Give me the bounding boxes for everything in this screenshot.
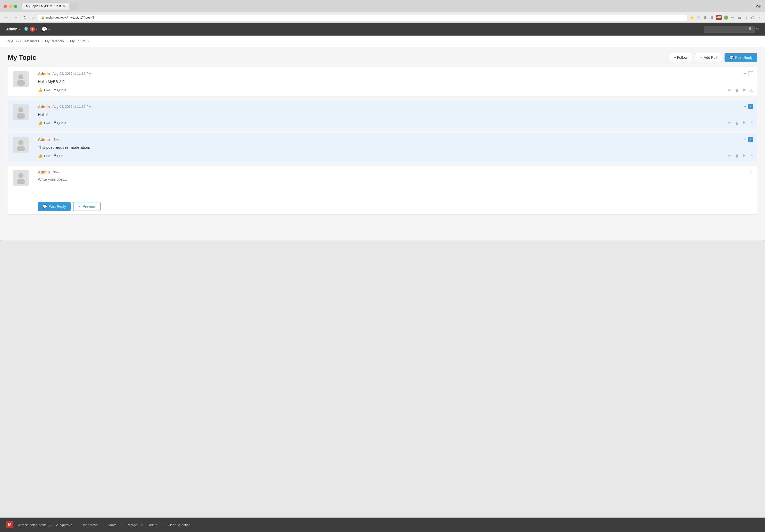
back-button[interactable]: ← (3, 14, 10, 21)
breadcrumb-sep-3: › (88, 39, 89, 43)
quick-reply-author: Admin (38, 170, 50, 174)
home-button[interactable]: ⌂ (30, 14, 36, 21)
post-2-body: Admin Aug 03, 2015 at 11:35 PM − ✓ Hello… (34, 100, 757, 129)
edit-icon-1[interactable]: ✏ (728, 88, 731, 93)
share-icon[interactable]: ⬡ (750, 15, 755, 20)
post-2-content: Hello! (38, 112, 753, 118)
toolbar-icons: ⭐ ☆ ⚙ 🖥 ABP 🟢 ✏ ▭ ℹ ⬡ ≡ (689, 15, 762, 20)
maximize-button[interactable] (14, 5, 17, 8)
post-3-quote-button[interactable]: ❝ Quote (54, 154, 66, 158)
post-3-checkbox[interactable]: ✓ (748, 137, 753, 142)
expand-icon[interactable]: ⤢ (750, 170, 753, 175)
post-reply-label-bottom: Post Reply (48, 205, 66, 209)
breadcrumb-forum[interactable]: My Forum (70, 39, 85, 43)
post-1-minimize-icon[interactable]: − (743, 71, 746, 76)
quick-reply-body: Admin Now ⤢ 💬 Post Reply ✓ (34, 166, 757, 215)
flag-icon-2[interactable]: ⚑ (743, 121, 746, 125)
topic-header: My Topic + Follow ✓ Add Poll 💬 Post Repl… (8, 53, 757, 62)
avatar-2 (13, 104, 29, 120)
post-2-checkbox[interactable]: ✓ (748, 104, 753, 109)
browser-user-label: Will (756, 4, 761, 8)
like-icon-2: 👍 (38, 121, 43, 125)
post-reply-icon-bottom: 💬 (43, 205, 47, 209)
avatar-reply (13, 170, 29, 186)
browser-window: My Topic • MyBB 2.0 Test ✕ Will ← → ↻ ⌂ … (0, 0, 765, 241)
delete-icon-1[interactable]: 🗑 (735, 88, 739, 92)
post-2-controls: − ✓ (743, 104, 753, 109)
svg-point-2 (18, 107, 23, 112)
search-input[interactable] (704, 26, 755, 33)
post-1-quote-button[interactable]: ❝ Quote (54, 88, 66, 93)
add-poll-button[interactable]: ✓ Add Poll (695, 53, 722, 62)
flag-icon-1[interactable]: ⚑ (743, 88, 746, 93)
post-2-mod-icons: ✏ 🗑 ⚑ ⚠ (728, 121, 753, 125)
post-1-avatar-area (8, 67, 34, 96)
pen-icon[interactable]: ✏ (730, 15, 735, 20)
post-2-minimize-icon[interactable]: − (743, 104, 746, 109)
active-tab[interactable]: My Topic • MyBB 2.0 Test ✕ (22, 3, 69, 10)
post-1-checkbox[interactable] (748, 71, 753, 76)
warn-icon-3[interactable]: ⚠ (750, 154, 753, 158)
post-1-body: Admin Aug 03, 2015 at 11:35 PM − Hello M… (34, 67, 757, 96)
edit-icon-3[interactable]: ✏ (728, 154, 731, 158)
delete-icon-3[interactable]: 🗑 (735, 154, 739, 158)
topic-actions: + Follow ✓ Add Poll 💬 Post Reply (669, 53, 758, 62)
topic-title: My Topic (8, 54, 36, 62)
window-icon[interactable]: ▭ (737, 15, 742, 20)
info-icon[interactable]: ℹ (743, 15, 748, 20)
adblock-icon[interactable]: ABP (716, 15, 722, 20)
svg-point-0 (18, 74, 23, 79)
svg-point-5 (17, 146, 25, 151)
quote-icon: ❝ (54, 88, 56, 93)
settings-icon[interactable]: ⚙ (703, 15, 708, 20)
flag-icon-3[interactable]: ⚑ (743, 154, 746, 158)
post-3-footer: 👍 Like ❝ Quote ✏ 🗑 (38, 154, 753, 158)
browser-toolbar: ← → ↻ ⌂ 🔒 mybb.dev/topic/my-topic.1?#pos… (0, 12, 765, 23)
post-2-quote-button[interactable]: ❝ Quote (54, 121, 66, 125)
avatar-3 (13, 137, 29, 153)
post-2: Admin Aug 03, 2015 at 11:35 PM − ✓ Hello… (8, 100, 757, 129)
admin-menu[interactable]: Admin ▾ (6, 27, 20, 31)
follow-button[interactable]: + Follow (669, 53, 693, 62)
delete-icon-2[interactable]: 🗑 (735, 121, 739, 125)
quick-reply-textarea[interactable] (38, 177, 753, 198)
post-1-time: Aug 03, 2015 at 11:35 PM (53, 72, 92, 76)
vpn-icon[interactable]: 🖥 (709, 15, 714, 20)
posts-list: Admin Aug 03, 2015 at 11:35 PM − Hello M… (8, 67, 757, 215)
forward-button[interactable]: → (12, 14, 20, 21)
new-tab-button[interactable] (70, 3, 78, 10)
breadcrumb-home[interactable]: MyBB 2.0 Test Install (8, 39, 39, 43)
address-bar[interactable]: 🔒 mybb.dev/topic/my-topic.1?#post-3 (38, 14, 687, 21)
chat-menu[interactable]: 💬 ▾ (42, 26, 50, 32)
browser-titlebar: My Topic • MyBB 2.0 Test ✕ Will (0, 0, 765, 12)
reload-button[interactable]: ↻ (22, 14, 28, 21)
post-1-content: Hello MyBB 2.0! (38, 79, 753, 85)
breadcrumb-category[interactable]: My Category (45, 39, 64, 43)
warn-icon-1[interactable]: ⚠ (750, 88, 753, 93)
post-1-like-button[interactable]: 👍 Like (38, 88, 50, 93)
post-reply-button-top[interactable]: 💬 Post Reply (725, 53, 757, 62)
close-button[interactable] (4, 5, 7, 8)
tab-close-icon[interactable]: ✕ (63, 5, 65, 8)
quote-icon-3: ❝ (54, 154, 56, 158)
minimize-button[interactable] (9, 5, 12, 8)
warn-icon-2[interactable]: ⚠ (750, 121, 753, 125)
nav-settings-icon[interactable]: ⚙ (755, 27, 759, 32)
menu-icon[interactable]: ≡ (757, 15, 762, 20)
post-2-like-button[interactable]: 👍 Like (38, 121, 50, 125)
breadcrumb-sep-2: › (67, 39, 68, 43)
star-icon[interactable]: ☆ (696, 15, 701, 20)
post-reply-icon: 💬 (729, 55, 734, 60)
quote-icon-2: ❝ (54, 121, 56, 125)
post-reply-button-bottom[interactable]: 💬 Post Reply (38, 202, 71, 211)
extensions-icon[interactable]: ⭐ (689, 15, 694, 20)
edit-icon-2[interactable]: ✏ (728, 121, 731, 125)
post-3-minimize-icon[interactable]: − (743, 137, 746, 142)
top-navigation: Admin ▾ 🌍 4 ▾ 💬 ▾ 🔍 ⚙ (0, 23, 765, 36)
globe-menu[interactable]: 🌍 4 ▾ (24, 27, 37, 32)
green-icon[interactable]: 🟢 (723, 15, 728, 20)
post-3-like-button[interactable]: 👍 Like (38, 154, 50, 158)
globe-dropdown-icon: ▾ (36, 28, 37, 31)
preview-button[interactable]: ✓ Preview (73, 202, 101, 211)
svg-point-1 (17, 80, 25, 86)
